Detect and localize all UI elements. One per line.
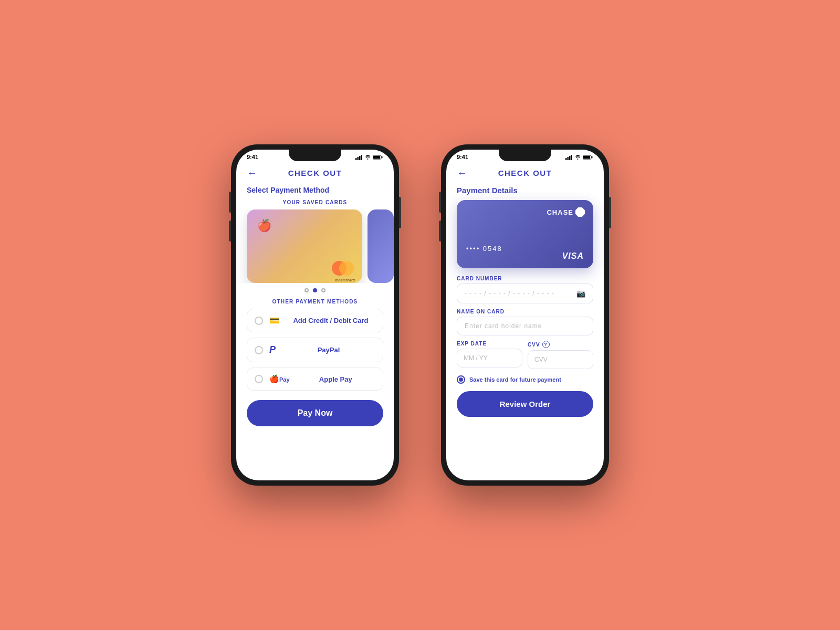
svg-rect-8	[568, 157, 569, 160]
status-icons-left	[355, 154, 383, 160]
svg-rect-1	[358, 157, 359, 160]
app-header-right: ← CHECK OUT	[446, 162, 604, 182]
back-button-left[interactable]: ←	[247, 167, 257, 179]
camera-icon[interactable]: 📷	[576, 289, 585, 298]
review-order-button[interactable]: Review Order	[457, 391, 593, 417]
card-carousel[interactable]: 🍎 mastercard	[236, 209, 394, 283]
battery-icon-right	[583, 154, 593, 160]
radio-credit[interactable]	[255, 317, 263, 325]
screen-content-right: ← CHECK OUT Payment Details CHASE •••• 0…	[446, 162, 604, 480]
back-button-right[interactable]: ←	[457, 167, 467, 179]
applepay-label: Apple Pay	[296, 375, 375, 383]
svg-rect-13	[592, 156, 593, 158]
credit-debit-option[interactable]: 💳 Add Credit / Debit Card	[247, 309, 383, 332]
wifi-icon-right	[574, 154, 581, 160]
svg-rect-0	[355, 158, 357, 160]
name-placeholder: Enter card holder name	[465, 322, 542, 330]
card-number-label: CARD NUMBER	[446, 276, 604, 284]
exp-label: EXP DATE	[457, 341, 522, 346]
paypal-icon: P	[269, 344, 276, 355]
cvv-input[interactable]: CVV	[528, 350, 593, 369]
page-title-left: CHECK OUT	[288, 169, 342, 177]
battery-icon	[373, 154, 383, 160]
svg-rect-2	[359, 156, 361, 160]
card-peek[interactable]	[368, 209, 394, 283]
name-on-card-field[interactable]: Enter card holder name	[457, 317, 593, 335]
carousel-dots	[236, 283, 394, 296]
cvv-label: CVV ?	[528, 341, 593, 348]
save-card-label: Save this card for future payment	[469, 376, 561, 383]
mastercard-icon: mastercard	[332, 261, 355, 276]
cvv-help-icon[interactable]: ?	[542, 341, 550, 348]
status-bar-left: 9:41	[236, 150, 394, 162]
exp-input[interactable]: MM / YY	[457, 349, 522, 368]
dot-1[interactable]	[304, 288, 309, 292]
status-bar-right: 9:41	[446, 150, 604, 162]
other-methods-label: OTHER PAYMENT METHODS	[236, 296, 394, 309]
pay-now-button[interactable]: Pay Now	[247, 400, 383, 426]
page-title-right: CHECK OUT	[498, 169, 552, 177]
svg-rect-5	[373, 156, 380, 159]
chase-octagon-icon	[575, 207, 585, 217]
svg-rect-3	[361, 155, 363, 160]
svg-rect-6	[382, 156, 383, 158]
exp-cvv-row: EXP DATE MM / YY CVV ? CVV	[446, 341, 604, 374]
applepay-icon: 🍎Pay	[269, 374, 290, 384]
cvv-field: CVV ? CVV	[528, 341, 593, 369]
dot-3[interactable]	[321, 288, 326, 292]
screen-content-left: ← CHECK OUT Select Payment Method YOUR S…	[236, 162, 394, 480]
svg-rect-9	[569, 156, 571, 160]
chase-card: CHASE •••• 0548 VISA	[457, 200, 593, 268]
signal-icon	[355, 154, 363, 160]
status-icons-right	[565, 154, 593, 160]
time-right: 9:41	[457, 154, 468, 160]
credit-label: Add Credit / Debit Card	[286, 317, 375, 324]
radio-paypal[interactable]	[255, 346, 263, 354]
applepay-option[interactable]: 🍎Pay Apple Pay	[247, 368, 383, 391]
exp-date-field: EXP DATE MM / YY	[457, 341, 522, 369]
app-header-left: ← CHECK OUT	[236, 162, 394, 182]
dot-2[interactable]	[313, 288, 317, 292]
right-phone: 9:41	[441, 144, 609, 486]
saved-cards-label: YOUR SAVED CARDS	[236, 197, 394, 209]
wifi-icon	[364, 154, 371, 160]
chase-logo: CHASE	[547, 207, 585, 217]
chase-name: CHASE	[547, 208, 573, 216]
radio-applepay[interactable]	[255, 375, 263, 383]
left-phone: 9:41	[231, 144, 399, 486]
paypal-option[interactable]: P PayPal	[247, 338, 383, 362]
svg-rect-10	[571, 155, 573, 160]
save-card-radio[interactable]	[457, 375, 465, 384]
paypal-label: PayPal	[282, 346, 375, 354]
svg-rect-7	[565, 158, 567, 160]
radio-dot	[459, 377, 463, 382]
section-title-left: Select Payment Method	[236, 182, 394, 197]
signal-icon-right	[565, 154, 573, 160]
card-number-field[interactable]: - - - - / - - - - / - - - - / - - - - 📷	[457, 284, 593, 303]
svg-rect-12	[583, 156, 590, 159]
visa-icon: VISA	[562, 251, 584, 261]
credit-card-icon: 💳	[269, 316, 280, 326]
chase-card-number: •••• 0548	[466, 245, 502, 253]
apple-card[interactable]: 🍎 mastercard	[247, 209, 362, 283]
card-number-placeholder: - - - - / - - - - / - - - - / - - - -	[465, 290, 554, 297]
save-card-row[interactable]: Save this card for future payment	[446, 374, 604, 389]
time-left: 9:41	[247, 154, 258, 160]
payment-details-title: Payment Details	[446, 182, 604, 200]
apple-logo-icon: 🍎	[257, 219, 271, 233]
name-on-card-label: NAME ON CARD	[446, 309, 604, 317]
